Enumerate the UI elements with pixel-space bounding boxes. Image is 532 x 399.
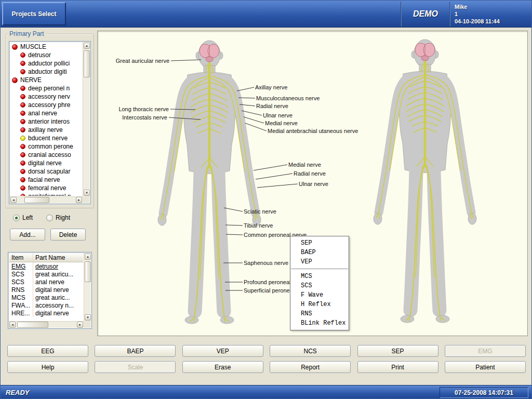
function-button[interactable]: Help — [7, 361, 88, 373]
radio-left[interactable]: Left — [13, 214, 33, 221]
function-button[interactable]: VEP — [182, 345, 263, 357]
part-bullet-icon — [20, 119, 25, 124]
tree-item-label: detrusor — [28, 51, 51, 59]
column-header-part-name[interactable]: Part Name — [33, 254, 83, 262]
menu-item[interactable]: MCS — [290, 272, 349, 281]
tree-item[interactable]: accessory nerv — [10, 92, 82, 101]
scroll-right-button[interactable]: ► — [76, 197, 82, 203]
function-button[interactable]: Print — [357, 361, 438, 373]
status-datetime: 07-25-2008 14:07:31 — [440, 387, 528, 398]
table-row[interactable]: RNS digital nerve — [9, 286, 83, 294]
function-button[interactable]: SEP — [357, 345, 438, 357]
tree-item-label: abductor digiti — [28, 68, 67, 75]
scroll-left-button[interactable]: ◄ — [9, 322, 16, 328]
cell-item: SCS — [9, 278, 33, 286]
cell-part-name: detrusor — [33, 262, 83, 270]
table-row[interactable]: FWA... accessory n... — [9, 301, 83, 309]
tree-item-label: adductor pollici — [28, 60, 70, 67]
tree-item[interactable]: genitofemoral n — [10, 192, 82, 196]
add-button[interactable]: Add... — [10, 229, 45, 241]
human-figure-right[interactable] — [374, 39, 476, 323]
tree-item-label: facial nerve — [28, 176, 60, 183]
tree-item[interactable]: detrusor — [10, 51, 82, 59]
tree-item[interactable]: facial nerve — [10, 176, 82, 184]
cell-item: MCS — [9, 294, 33, 301]
primary-part-list: MUSCLE detrusor adductor pollici abducto… — [9, 41, 91, 204]
nerve-label: Medial nerve — [265, 120, 298, 126]
tree-item-label: femoral nerve — [28, 184, 66, 192]
table-row[interactable]: SCS great auricu... — [9, 270, 83, 278]
horizontal-scroll-thumb[interactable] — [24, 197, 49, 203]
menu-item[interactable]: BLink Reflex — [290, 318, 349, 328]
scroll-right-button[interactable]: ► — [77, 322, 83, 328]
radio-right[interactable]: Right — [46, 214, 70, 221]
table-row[interactable]: HRE... digital nerve — [9, 309, 83, 317]
tree-item-label: accessory nerv — [28, 93, 70, 100]
test-selection-menu: SEP BAEP VEP MCS SCS F Wave H Reflex — [290, 236, 349, 330]
function-button[interactable]: Patient — [445, 361, 526, 373]
list-horizontal-scrollbar[interactable]: ◄ ► — [10, 196, 83, 203]
tree-item[interactable]: digital nerve — [10, 159, 82, 167]
scroll-up-button[interactable]: ▲ — [85, 254, 91, 260]
function-button[interactable]: EEG — [7, 345, 88, 357]
menu-item[interactable]: BAEP — [290, 248, 349, 257]
table-body: EMG detrusor SCS great auricu... SCS ana… — [9, 262, 83, 321]
tree-item[interactable]: dorsal scapular — [10, 167, 82, 176]
tree-item[interactable]: femoral nerve — [10, 184, 82, 192]
part-bullet-icon — [20, 136, 25, 141]
scroll-down-button[interactable]: ▼ — [85, 314, 91, 321]
tree-item[interactable]: deep peronel n — [10, 84, 82, 92]
projects-select-button[interactable]: Projects Select — [2, 2, 66, 25]
scroll-left-button[interactable]: ◄ — [10, 197, 17, 203]
table-horizontal-scrollbar[interactable]: ◄ ► — [9, 321, 84, 328]
scroll-down-button[interactable]: ▼ — [84, 190, 90, 196]
function-button[interactable]: EMG — [445, 345, 526, 357]
tree-item[interactable]: accessory phre — [10, 101, 82, 109]
tree-item[interactable]: anal nerve — [10, 109, 82, 117]
vertical-scroll-thumb[interactable] — [85, 261, 91, 282]
part-bullet-icon — [20, 144, 25, 149]
menu-item[interactable]: RNS — [290, 309, 349, 318]
tree-item[interactable]: axillay nerve — [10, 126, 82, 134]
tree-item[interactable]: adductor pollici — [10, 59, 82, 68]
tree-item-label: genitofemoral n — [28, 193, 71, 196]
nerve-label: Intercostals nerve — [122, 114, 167, 121]
vertical-scroll-thumb[interactable] — [84, 50, 90, 77]
horizontal-scroll-thumb[interactable] — [17, 322, 48, 328]
tree-item[interactable]: NERVE — [10, 76, 82, 84]
nerve-label: Long thoracic nerve — [118, 106, 169, 112]
table-row[interactable]: MCS great auric... — [9, 294, 83, 301]
tree-item-label: MUSCLE — [20, 43, 46, 50]
function-button[interactable]: BAEP — [95, 345, 176, 357]
function-button[interactable]: Report — [270, 361, 351, 373]
nerve-label: Sciatic nerve — [244, 208, 276, 215]
cell-part-name: anal nerve — [33, 278, 83, 286]
tree-item[interactable]: abductor digiti — [10, 68, 82, 76]
part-bullet-icon — [20, 94, 25, 99]
delete-button[interactable]: Delete — [50, 229, 86, 241]
tree-item[interactable]: MUSCLE — [10, 43, 82, 51]
cell-part-name: great auricu... — [33, 270, 83, 278]
side-selector: Left Right — [13, 214, 91, 221]
function-button[interactable]: NCS — [270, 345, 351, 357]
menu-item[interactable]: F Wave — [290, 290, 349, 300]
tree-item[interactable]: bducent nerve — [10, 134, 82, 142]
list-vertical-scrollbar[interactable]: ▲ ▼ — [83, 42, 90, 196]
nerve-label: Radial nerve — [256, 103, 288, 109]
tree-item[interactable]: common perone — [10, 142, 82, 151]
cell-item: RNS — [9, 286, 33, 294]
table-row[interactable]: EMG detrusor — [9, 262, 83, 270]
menu-item[interactable]: SEP — [290, 238, 349, 248]
scroll-up-button[interactable]: ▲ — [84, 43, 90, 49]
function-button[interactable]: Erase — [182, 361, 263, 373]
table-row[interactable]: SCS anal nerve — [9, 278, 83, 286]
column-header-item[interactable]: Item — [9, 254, 33, 262]
tree-item[interactable]: cranial accesso — [10, 151, 82, 159]
tree-item[interactable]: anterior interos — [10, 117, 82, 126]
function-button[interactable]: Scale — [95, 361, 176, 373]
menu-item[interactable]: VEP — [290, 257, 349, 267]
nerve-label: Medial antebrachial utaneous nerve — [268, 128, 358, 134]
menu-item[interactable]: SCS — [290, 281, 349, 290]
menu-item[interactable]: H Reflex — [290, 300, 349, 309]
table-vertical-scrollbar[interactable]: ▲ ▼ — [84, 253, 91, 321]
